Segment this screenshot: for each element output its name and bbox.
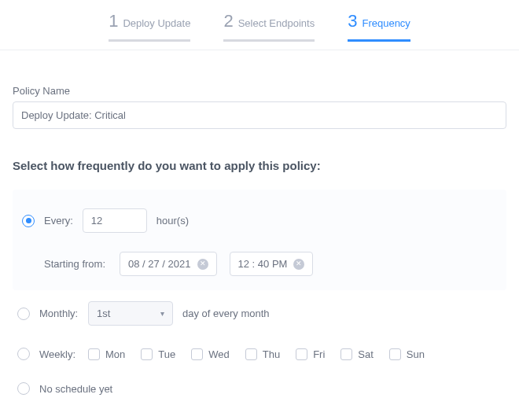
radio-monthly[interactable]	[17, 308, 30, 320]
step-label: Deploy Update	[123, 17, 190, 29]
monthly-day-select[interactable]: 1st ▾	[88, 301, 173, 326]
start-date-value: 08 / 27 / 2021	[128, 258, 191, 270]
every-unit: hour(s)	[156, 215, 189, 227]
day-sun[interactable]: Sun	[389, 348, 425, 360]
day-label: Sun	[407, 348, 425, 360]
day-label: Fri	[313, 348, 325, 360]
policy-name-label: Policy Name	[13, 85, 506, 97]
checkbox-wed[interactable]	[191, 348, 203, 360]
content-area: Policy Name Select how frequently do you…	[0, 50, 519, 420]
policy-name-input[interactable]	[13, 101, 506, 129]
day-label: Tue	[158, 348, 175, 360]
checkbox-sat[interactable]	[340, 348, 352, 360]
monthly-day-value: 1st	[97, 308, 110, 319]
checkbox-sun[interactable]	[389, 348, 401, 360]
monthly-label: Monthly:	[39, 308, 79, 319]
radio-no-schedule[interactable]	[17, 382, 30, 395]
day-mon[interactable]: Mon	[88, 348, 125, 360]
every-value-input[interactable]	[83, 208, 147, 233]
day-label: Sat	[358, 348, 374, 360]
starting-from-label: Starting from:	[44, 258, 107, 270]
checkbox-fri[interactable]	[296, 348, 307, 360]
step-label: Select Endpoints	[238, 17, 315, 29]
step-number: 2	[223, 11, 233, 31]
frequency-heading: Select how frequently do you want to app…	[13, 159, 506, 172]
radio-every[interactable]	[22, 215, 35, 227]
monthly-suffix: day of every month	[182, 308, 270, 319]
clear-time-icon[interactable]: ✕	[293, 259, 304, 270]
radio-weekly[interactable]	[17, 348, 30, 360]
day-label: Wed	[208, 348, 230, 360]
day-label: Mon	[105, 348, 125, 360]
no-schedule-label: No schedule yet	[39, 383, 112, 395]
day-wed[interactable]: Wed	[191, 348, 230, 360]
step-frequency[interactable]: 3 Frequency	[348, 11, 410, 42]
checkbox-mon[interactable]	[88, 348, 100, 360]
every-label: Every:	[44, 215, 73, 227]
chevron-down-icon: ▾	[160, 309, 164, 318]
option-weekly-row: Weekly: Mon Tue Wed Thu Fri	[13, 337, 506, 371]
step-deploy-update[interactable]: 1 Deploy Update	[109, 11, 190, 42]
day-label: Thu	[263, 348, 280, 360]
starting-from-row: Starting from: 08 / 27 / 2021 ✕ 12 : 40 …	[17, 244, 502, 279]
option-monthly-row: Monthly: 1st ▾ day of every month	[13, 290, 506, 337]
wizard-stepper: 1 Deploy Update 2 Select Endpoints 3 Fre…	[0, 0, 519, 46]
step-label: Frequency	[362, 17, 410, 29]
day-thu[interactable]: Thu	[245, 348, 280, 360]
start-time-value: 12 : 40 PM	[238, 258, 288, 270]
weekly-label: Weekly:	[39, 348, 79, 360]
clear-date-icon[interactable]: ✕	[197, 259, 208, 270]
step-number: 3	[348, 11, 357, 31]
start-time-input[interactable]: 12 : 40 PM ✕	[230, 252, 314, 276]
start-date-input[interactable]: 08 / 27 / 2021 ✕	[120, 252, 217, 276]
option-every-panel: Every: hour(s) Starting from: 08 / 27 / …	[13, 190, 506, 290]
step-select-endpoints[interactable]: 2 Select Endpoints	[223, 11, 315, 42]
option-every-row: Every: hour(s)	[17, 197, 502, 244]
option-no-schedule-row: No schedule yet	[13, 371, 506, 406]
checkbox-tue[interactable]	[141, 348, 153, 360]
day-tue[interactable]: Tue	[141, 348, 175, 360]
step-number: 1	[109, 11, 118, 31]
day-sat[interactable]: Sat	[340, 348, 374, 360]
day-fri[interactable]: Fri	[296, 348, 325, 360]
checkbox-thu[interactable]	[245, 348, 257, 360]
weekly-days: Mon Tue Wed Thu Fri Sat	[88, 348, 425, 360]
